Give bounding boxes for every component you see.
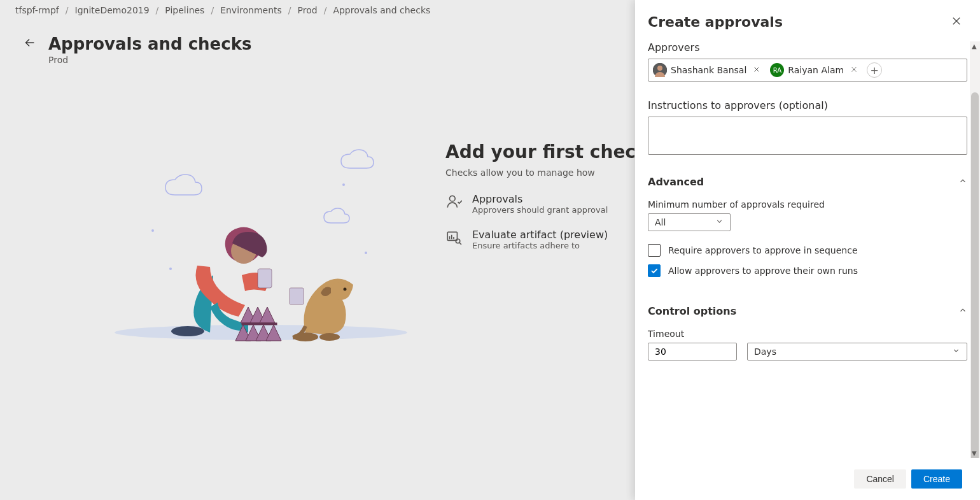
- svg-point-25: [657, 66, 662, 71]
- approver-chip: RA Raiyan Alam: [769, 62, 863, 78]
- chevron-down-icon: [952, 346, 960, 357]
- control-options-title: Control options: [648, 305, 736, 317]
- select-value: All: [655, 217, 666, 227]
- remove-approver-icon[interactable]: [750, 65, 763, 75]
- panel-title: Create approvals: [648, 14, 783, 30]
- approvers-input[interactable]: Shashank Bansal RA Raiyan Alam +: [648, 59, 967, 82]
- scroll-up-arrow-icon[interactable]: ▲: [972, 43, 977, 50]
- avatar: [653, 63, 667, 77]
- require-sequence-label: Require approvers to approve in sequence: [668, 245, 858, 255]
- avatar: RA: [770, 63, 784, 77]
- add-approver-button[interactable]: +: [867, 62, 882, 78]
- timeout-unit-select[interactable]: Days: [747, 343, 967, 361]
- require-sequence-checkbox[interactable]: [648, 244, 661, 257]
- allow-own-runs-checkbox[interactable]: [648, 264, 661, 277]
- scroll-down-arrow-icon[interactable]: ▼: [972, 450, 977, 457]
- create-button[interactable]: Create: [911, 469, 962, 489]
- panel-scrollbar[interactable]: ▲ ▼: [970, 41, 980, 458]
- instructions-textarea[interactable]: [648, 117, 967, 155]
- min-approvals-select[interactable]: All: [648, 213, 731, 231]
- select-value: Days: [754, 346, 776, 357]
- close-icon[interactable]: [951, 15, 962, 29]
- advanced-section-header[interactable]: Advanced: [648, 176, 967, 188]
- create-approvals-panel: Create approvals Approvers Shashank Bans…: [635, 0, 980, 500]
- instructions-label: Instructions to approvers (optional): [648, 99, 967, 111]
- approver-chip: Shashank Bansal: [652, 62, 766, 78]
- approver-name: Shashank Bansal: [671, 65, 746, 75]
- cancel-button[interactable]: Cancel: [854, 469, 906, 489]
- timeout-label: Timeout: [648, 329, 967, 339]
- advanced-title: Advanced: [648, 176, 704, 188]
- timeout-value-input[interactable]: [648, 343, 737, 361]
- remove-approver-icon[interactable]: [848, 65, 860, 75]
- approver-name: Raiyan Alam: [788, 65, 844, 75]
- chevron-down-icon: [715, 217, 724, 227]
- approvers-label: Approvers: [648, 41, 967, 54]
- chevron-up-icon: [958, 306, 967, 317]
- control-options-section-header[interactable]: Control options: [648, 305, 967, 317]
- scrollbar-thumb[interactable]: [971, 92, 979, 458]
- chevron-up-icon: [958, 176, 967, 187]
- min-approvals-label: Minimum number of approvals required: [648, 199, 967, 210]
- allow-own-runs-label: Allow approvers to approve their own run…: [668, 266, 858, 276]
